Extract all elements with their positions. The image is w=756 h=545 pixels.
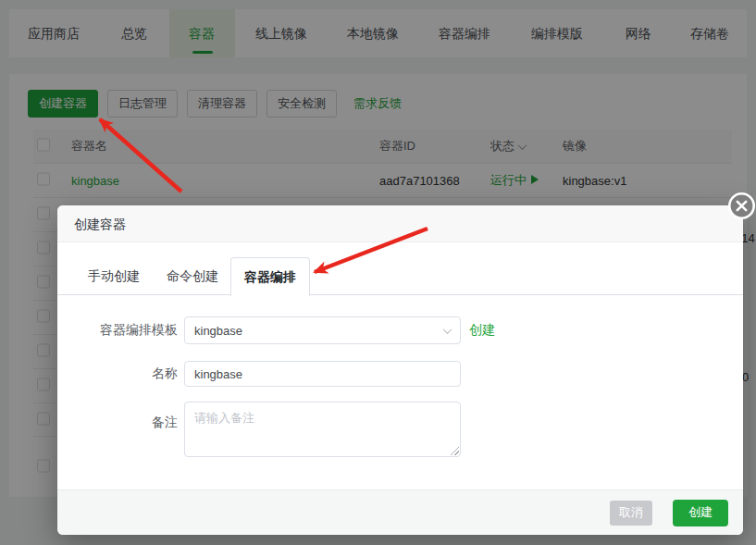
- remark-label: 备注: [57, 415, 178, 431]
- tab-compose-create[interactable]: 容器编排: [230, 257, 310, 296]
- confirm-create-button[interactable]: 创建: [673, 500, 728, 526]
- create-container-dialog: 创建容器 手动创建 命令创建 容器编排 容器编排模板 kingbase 创建 名…: [57, 205, 743, 535]
- dialog-title: 创建容器: [74, 217, 126, 231]
- name-label: 名称: [57, 365, 178, 382]
- form-row-name: 名称: [57, 361, 743, 387]
- dialog-footer: 取消 创建: [57, 489, 743, 535]
- dialog-close-button[interactable]: [727, 192, 756, 220]
- tab-command-create[interactable]: 命令创建: [167, 257, 218, 295]
- template-label: 容器编排模板: [57, 322, 178, 339]
- template-select[interactable]: kingbase: [184, 316, 461, 344]
- chevron-down-icon: [443, 325, 452, 334]
- name-input[interactable]: [184, 361, 461, 387]
- form-row-template: 容器编排模板 kingbase 创建: [57, 316, 743, 344]
- template-select-value: kingbase: [194, 324, 444, 338]
- create-template-link[interactable]: 创建: [469, 322, 495, 339]
- dialog-tabs: 手动创建 命令创建 容器编排: [57, 257, 743, 295]
- dialog-header: 创建容器: [57, 205, 743, 242]
- remark-textarea[interactable]: [184, 402, 461, 457]
- form-row-remark: 备注: [57, 402, 743, 457]
- tab-manual-create[interactable]: 手动创建: [88, 257, 140, 295]
- cancel-button[interactable]: 取消: [610, 501, 652, 526]
